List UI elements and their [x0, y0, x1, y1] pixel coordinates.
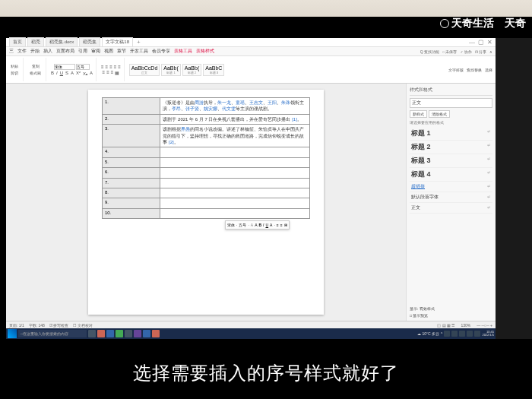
current-style-select[interactable]: 正文 — [410, 98, 492, 108]
app-icon[interactable] — [116, 330, 123, 337]
style-list[interactable]: 标题 1↵标题 2↵标题 3↵标题 4↵超链接↵默认段落字体↵正文↵ — [410, 127, 492, 214]
start-button[interactable] — [8, 329, 17, 338]
app-icon[interactable] — [152, 330, 160, 337]
tab[interactable]: 稻壳集 — [79, 37, 100, 47]
tab[interactable]: 稻壳 — [27, 37, 44, 47]
bullets-button[interactable]: ≡ — [101, 65, 104, 69]
taskbar-search[interactable]: ○ 在这里输入你要搜索的内容 — [18, 330, 87, 337]
numbering-button[interactable]: ≡ — [106, 65, 109, 69]
clock[interactable]: 10:452022/1/5 — [482, 331, 494, 337]
menu-item[interactable]: 视图 — [104, 49, 113, 53]
menu-right-item[interactable]: ∧ — [489, 49, 492, 54]
menu-item[interactable]: 引用 — [78, 49, 87, 53]
align-button[interactable]: ≡ — [109, 65, 112, 69]
menu-right-item[interactable]: ♂ 协作 — [460, 49, 471, 54]
strike-button[interactable]: S — [65, 71, 68, 75]
new-style-button[interactable]: 新样式 — [410, 110, 427, 118]
table-cell-number[interactable]: 3. — [103, 125, 160, 147]
table-cell-number[interactable]: 2. — [103, 114, 160, 124]
minimize-icon[interactable]: — — [469, 39, 475, 46]
underline-button[interactable]: U — [60, 71, 63, 75]
table-cell-number[interactable]: 8. — [103, 188, 160, 198]
menu-item[interactable]: 插入 — [43, 49, 52, 53]
style-gallery-item[interactable]: AaBb(标题 2 — [182, 64, 201, 76]
table-cell-content[interactable] — [160, 178, 310, 188]
table-cell-content[interactable]: 《叛逆者》是由周游执导，朱一龙、童瑶、王志文、王阳、朱珠领衔主演，李昂、张子贤、… — [160, 98, 310, 115]
menu-item[interactable]: 表格工具 — [174, 49, 192, 53]
bold-button[interactable]: B — [51, 71, 54, 75]
style-list-row[interactable]: 默认段落字体↵ — [410, 192, 492, 203]
tab[interactable]: 稻壳集.docx — [46, 37, 78, 47]
table-cell-content[interactable]: 该剧根据畀愚的同名小说改编。讲述了林楠笙、朱怡贞等人在中国共产党的指引下，坚持理… — [160, 125, 310, 147]
status-right-item[interactable]: — ─○─ + — [477, 323, 492, 328]
ribbon-right-btn[interactable]: 选择 — [485, 68, 492, 72]
table-cell-content[interactable] — [160, 168, 310, 178]
table-cell-content[interactable] — [160, 188, 310, 198]
menu-item[interactable]: 开发工具 — [130, 49, 148, 53]
style-list-row[interactable]: 标题 4↵ — [410, 168, 492, 182]
menu-item[interactable]: 审阅 — [91, 49, 100, 53]
table-cell-content[interactable] — [160, 198, 310, 208]
table-cell-number[interactable]: 1. — [103, 98, 160, 115]
app-icon[interactable] — [106, 330, 114, 337]
table-cell-content[interactable] — [160, 157, 310, 167]
menu-item[interactable]: 表格样式 — [196, 49, 214, 53]
table-cell-number[interactable]: 9. — [103, 198, 160, 208]
menu-right-item[interactable]: Q 查找功能 — [420, 49, 439, 54]
tray-icon[interactable] — [451, 331, 458, 337]
menu-item[interactable]: 页面布局 — [56, 49, 74, 53]
menubar[interactable]: 三文件开始插入页面布局引用审阅视图章节开发工具会员专享表格工具表格样式 Q 查找… — [6, 47, 496, 56]
menu-right-item[interactable]: ⊡ 分享 — [475, 49, 486, 54]
italic-button[interactable]: I — [56, 71, 58, 75]
menu-item[interactable]: 文件 — [17, 49, 27, 53]
style-list-row[interactable]: 标题 3↵ — [410, 154, 492, 168]
maximize-icon[interactable]: ▢ — [478, 39, 484, 46]
table-cell-content[interactable] — [160, 147, 310, 157]
tray-icon[interactable] — [467, 331, 473, 337]
status-right-item[interactable]: 130% — [461, 323, 470, 328]
style-list-row[interactable]: 标题 2↵ — [410, 141, 492, 154]
ribbon-right-btn[interactable]: 查找替换 — [467, 68, 482, 72]
style-gallery-item[interactable]: AaBb(标题 1 — [161, 64, 180, 76]
style-gallery[interactable]: AaBbCcDd正文AaBb(标题 1AaBb(标题 2AaBbC标题 3 — [129, 64, 225, 76]
copy-button[interactable]: 复制 — [30, 63, 41, 69]
menu-item[interactable]: 会员专享 — [152, 49, 170, 53]
tray-icon[interactable] — [444, 331, 450, 337]
table-cell-number[interactable]: 7. — [103, 178, 160, 188]
style-list-row[interactable]: 超链接↵ — [410, 182, 492, 192]
style-gallery-item[interactable]: AaBbC标题 3 — [203, 64, 224, 76]
tray-icon[interactable] — [459, 331, 465, 337]
app-icon[interactable] — [143, 330, 150, 337]
status-right-item[interactable]: ◫ ▤ ▦ ☰ — [437, 323, 454, 328]
menu-item[interactable]: 三 — [9, 49, 14, 53]
table-cell-content[interactable]: 该剧于 2021 年 6 月 7 日在央视八套播出，并在爱奇艺同步播出 [1]。 — [160, 114, 310, 124]
table-cell-number[interactable]: 6. — [103, 168, 160, 178]
paste-button[interactable]: 粘贴 — [9, 63, 20, 69]
table-cell-content[interactable] — [160, 208, 310, 218]
table-cell-number[interactable]: 10. — [103, 208, 160, 218]
ribbon-right-btn[interactable]: 文字排版 — [448, 68, 464, 72]
font-name-input[interactable] — [54, 64, 75, 70]
app-icon[interactable] — [97, 330, 105, 337]
window-controls[interactable]: — ▢ ✕ — [469, 39, 492, 46]
document-table[interactable]: 1.《叛逆者》是由周游执导，朱一龙、童瑶、王志文、王阳、朱珠领衔主演，李昂、张子… — [102, 97, 310, 219]
close-icon[interactable]: ✕ — [487, 39, 492, 46]
app-icon[interactable] — [88, 330, 96, 337]
mini-toolbar[interactable]: 宋体·五号· AA BIU A·≡≡⊞ — [225, 220, 290, 230]
font-size-input[interactable] — [76, 64, 90, 70]
document-area[interactable]: 1.《叛逆者》是由周游执导，朱一龙、童瑶、王志文、王阳、朱珠领衔主演，李昂、张子… — [6, 84, 406, 321]
menu-item[interactable]: 开始 — [30, 49, 40, 53]
ribbon[interactable]: 粘贴 剪切 复制 格式刷 B I U S AX²X₂A — [6, 56, 496, 84]
clear-format-button[interactable]: 清除格式 — [429, 110, 450, 118]
style-list-row[interactable]: 标题 1↵ — [410, 127, 492, 141]
weather-widget[interactable]: ☁ 10°C 多云 — [417, 331, 439, 336]
cut-button[interactable]: 剪切 — [9, 70, 20, 76]
menu-right-item[interactable]: ○ 未保存 — [442, 49, 457, 54]
format-brush-button[interactable]: 格式刷 — [28, 70, 43, 76]
taskbar[interactable]: ○ 在这里输入你要搜索的内容 ☁ 10°C 多云 ^ 10:452022/1/5 — [6, 328, 496, 339]
tab[interactable]: 文字文稿18 — [102, 37, 133, 47]
style-gallery-item[interactable]: AaBbCcDd正文 — [129, 64, 160, 76]
table-cell-number[interactable]: 5. — [103, 157, 160, 167]
tray-icon[interactable] — [474, 331, 480, 337]
menu-item[interactable]: 章节 — [117, 49, 126, 53]
